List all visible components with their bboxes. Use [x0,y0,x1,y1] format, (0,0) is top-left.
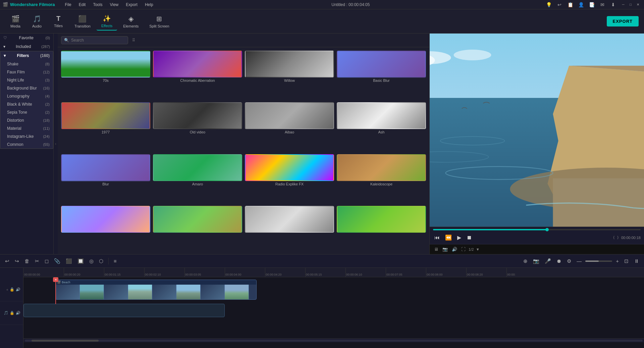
menu-view[interactable]: View [106,2,122,8]
menu-file[interactable]: File [61,2,74,8]
timeline-add-track-button[interactable]: ⊕ [522,257,529,266]
filter-item-willow[interactable]: Willow [245,51,334,100]
filter-item-radio-explike-fx[interactable]: Radio Explike FX [245,154,334,203]
filter-item-blur[interactable]: Blur [61,154,150,203]
audio-track[interactable] [23,304,225,317]
timeline-redo-button[interactable]: ↪ [13,257,21,266]
playhead-marker[interactable] [53,277,58,282]
preview-zoom-down-button[interactable]: ▾ [476,246,480,253]
audio-button[interactable]: 🎵 Audio [27,13,47,30]
included-header[interactable]: ▾ Included (287) [0,42,53,51]
preview-fullscreen-button[interactable]: ⛶ [460,246,467,253]
maximize-button[interactable]: □ [627,1,634,8]
timeline-pause-button[interactable]: ⏸ [632,257,641,265]
track-volume-icon[interactable]: 🔊 [16,287,20,292]
filter-item-aibao[interactable]: Aibao [245,102,334,151]
filter-item-kaleidoscope[interactable]: Kaleidoscope [337,154,426,203]
timeline-zoom-plus-button[interactable]: + [614,257,621,265]
mail-icon[interactable]: ✉ [598,1,606,9]
sidebar-item-sepia-tone[interactable]: Sepia Tone (2) [0,108,53,116]
download-icon[interactable]: ⬇ [609,1,617,9]
search-box[interactable]: 🔍 [61,36,128,44]
filter-item-70s[interactable]: 70s [61,51,150,100]
scrollbar-track[interactable] [25,340,643,342]
filter-item-chromatic-aberration[interactable]: Chromatic Aberration [153,51,242,100]
timeline-zoom-minus-button[interactable]: — [575,257,583,265]
filter-item-basic-blur[interactable]: Basic Blur [337,51,426,100]
preview-snapshot-button[interactable]: 📷 [441,246,449,253]
video-track[interactable]: 🎬 Beach [55,280,257,300]
audio-icon-btn[interactable]: 🎵 [4,311,8,315]
timeline-settings-button[interactable]: ⚙ [565,257,573,266]
filter-item-old-video[interactable]: Old video [153,102,242,151]
filter-item-row4d[interactable] [337,206,426,251]
timeline-mic-button[interactable]: 🎤 [543,257,553,266]
skip-start-button[interactable]: ⏮ [433,233,441,242]
progress-bar-container[interactable] [433,229,641,230]
favorite-header[interactable]: ♡ Favorite (0) [0,34,53,42]
clipboard-icon[interactable]: 📋 [566,1,574,9]
sidebar-item-shake[interactable]: Shake (8) [0,60,53,68]
sidebar-item-common[interactable]: Common (55) [0,140,53,149]
timeline-tracks[interactable]: 00:00:00:0000:00:00:2000:00:01:1500:00:0… [23,268,644,348]
preview-volume-button[interactable]: 🔊 [451,246,458,253]
search-input[interactable] [71,38,125,43]
timeline-camera-button[interactable]: 📷 [531,257,541,266]
menu-edit[interactable]: Edit [75,2,89,8]
timeline-shape-button[interactable]: ⬡ [97,257,105,266]
undo-icon[interactable]: ↩ [555,1,564,9]
timeline-grid-button[interactable]: 🔲 [76,257,86,266]
filter-item-row4c[interactable] [245,206,334,251]
sidebar-item-night-life[interactable]: Night Life (3) [0,76,53,84]
sidebar-item-material[interactable]: Material (11) [0,124,53,132]
audio-vol-icon[interactable]: 🔊 [16,311,20,315]
timeline-link-button[interactable]: 📎 [52,257,62,266]
preview-monitor-button[interactable]: 🖥 [433,246,439,253]
elements-button[interactable]: ◈ Elements [118,13,143,30]
export-button[interactable]: EXPORT [607,16,639,26]
sidebar-item-black-white[interactable]: Black & White (2) [0,100,53,108]
filter-item-row4a[interactable] [61,206,150,251]
timeline-scrollbar[interactable] [23,338,644,342]
stop-button[interactable]: ⏹ [465,233,473,242]
grid-toggle-button[interactable]: ⠿ [131,37,137,44]
timeline-crop-button[interactable]: ◻ [43,257,50,266]
timeline-cut-button[interactable]: ✂ [33,257,41,266]
filter-item-1977[interactable]: 1977 [61,102,150,151]
sidebar-item-instagram-like[interactable]: Instagram-Like (24) [0,132,53,140]
pages-icon[interactable]: 📑 [588,1,596,9]
timeline-fit-button[interactable]: ⊡ [623,257,630,266]
timeline-delete-button[interactable]: 🗑 [23,257,31,265]
timeline-more-button[interactable]: ≡ [112,257,118,265]
minimize-button[interactable]: ─ [620,1,627,8]
menu-help[interactable]: Help [142,2,157,8]
titles-button[interactable]: T Titles [48,13,68,30]
split-screen-button[interactable]: ⊞ Split Screen [145,13,174,30]
sidebar-item-distortion[interactable]: Distortion (18) [0,116,53,124]
play-button[interactable]: ▶ [456,233,463,242]
close-button[interactable]: ✕ [635,1,641,8]
timeline-target-button[interactable]: ◎ [88,257,95,266]
filters-header[interactable]: ▾ Filters (160) [0,51,53,60]
timeline-record-button[interactable]: ⏺ [555,257,563,265]
effects-button[interactable]: ✨ Effects [97,12,117,31]
timeline-group-button[interactable]: ⬛ [64,257,74,266]
menu-tools[interactable]: Tools [90,2,106,8]
scrollbar-thumb[interactable] [32,340,99,342]
filter-item-row4b[interactable] [153,206,242,251]
rewind-button[interactable]: ⏪ [444,233,453,242]
collapse-handle[interactable]: ‹ [54,34,58,254]
timeline-undo-button[interactable]: ↩ [3,257,11,266]
sidebar-item-background-blur[interactable]: Background Blur (16) [0,84,53,92]
sidebar-item-faux-film[interactable]: Faux Film (12) [0,68,53,76]
menu-export[interactable]: Export [122,2,141,8]
transition-button[interactable]: ⬛ Transition [70,13,95,30]
track-lock-icon[interactable]: 🔒 [10,287,14,292]
track-add-icon[interactable]: + [6,288,8,292]
filter-item-amaro[interactable]: Amaro [153,154,242,203]
bulb-icon[interactable]: 💡 [545,1,553,9]
sidebar-item-lomography[interactable]: Lomography (4) [0,92,53,100]
audio-lock-icon[interactable]: 🔒 [10,311,14,315]
user-icon[interactable]: 👤 [577,1,585,9]
media-button[interactable]: 🎬 Media [5,13,25,30]
